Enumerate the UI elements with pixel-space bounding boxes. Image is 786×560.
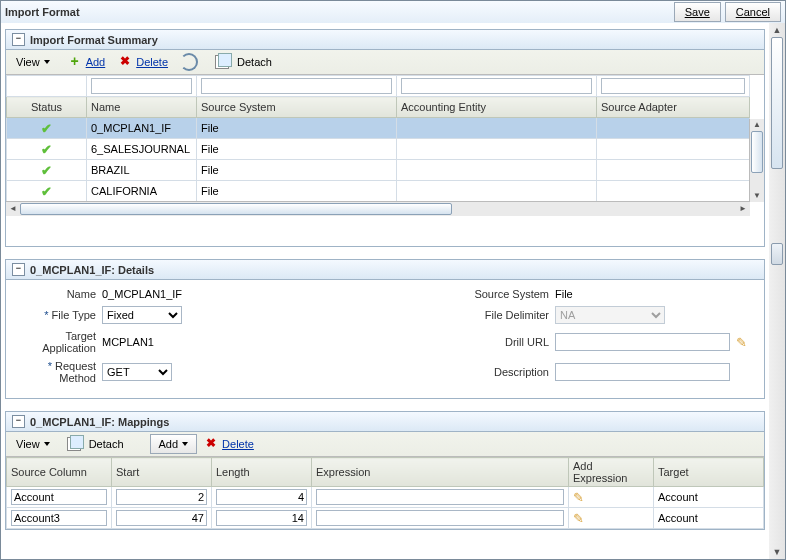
filter-name-input[interactable] — [91, 78, 192, 94]
start-input[interactable] — [116, 510, 207, 526]
scroll-thumb[interactable] — [771, 37, 783, 169]
view-menu[interactable]: View — [10, 434, 56, 454]
scroll-right-arrow-icon[interactable]: ► — [736, 202, 750, 216]
detach-button[interactable]: Detach — [61, 434, 130, 454]
col-target[interactable]: Target — [654, 458, 764, 487]
cancel-button[interactable]: Cancel — [725, 2, 781, 22]
delete-button[interactable]: ✖Delete — [197, 434, 260, 454]
collapse-icon[interactable]: − — [12, 415, 25, 428]
x-icon: ✖ — [117, 54, 133, 70]
scroll-left-arrow-icon[interactable]: ◄ — [6, 202, 20, 216]
col-start[interactable]: Start — [112, 458, 212, 487]
add-button[interactable]: Add — [150, 434, 198, 454]
table-row[interactable]: ✔ 0_MCPLAN1_IF File — [7, 118, 750, 139]
filter-source-adapter-input[interactable] — [601, 78, 745, 94]
source-column-input[interactable] — [11, 489, 107, 505]
col-status[interactable]: Status — [7, 97, 87, 118]
import-format-window: Import Format Save Cancel ▲ ▼ − Import F… — [0, 0, 786, 560]
collapse-icon[interactable]: − — [12, 33, 25, 46]
summary-grid: Status Name Source System Accounting Ent… — [6, 75, 750, 201]
description-label: Description — [459, 366, 549, 378]
col-accounting-entity[interactable]: Accounting Entity — [397, 97, 597, 118]
detach-label: Detach — [237, 56, 272, 68]
filter-accounting-entity-input[interactable] — [401, 78, 592, 94]
scroll-down-arrow-icon[interactable]: ▼ — [750, 190, 764, 202]
table-row[interactable]: ✔ BRAZIL File — [7, 160, 750, 181]
scroll-marker — [771, 243, 783, 265]
check-icon: ✔ — [41, 121, 52, 136]
outer-scrollbar[interactable]: ▲ ▼ — [768, 23, 785, 559]
add-label: Add — [159, 438, 179, 450]
detach-icon — [67, 437, 81, 451]
col-length[interactable]: Length — [212, 458, 312, 487]
collapse-icon[interactable]: − — [12, 263, 25, 276]
mappings-toolbar: View Detach Add ✖Delete — [6, 432, 764, 457]
expression-input[interactable] — [316, 489, 564, 505]
cell-accounting-entity — [397, 139, 597, 160]
expression-input[interactable] — [316, 510, 564, 526]
mappings-title: 0_MCPLAN1_IF: Mappings — [30, 416, 169, 428]
description-input[interactable] — [555, 363, 730, 381]
cell-source-system: File — [197, 118, 397, 139]
length-input[interactable] — [216, 489, 307, 505]
start-input[interactable] — [116, 489, 207, 505]
summary-vscroll[interactable]: ▲ ▼ — [749, 119, 764, 202]
window-title: Import Format — [5, 6, 80, 18]
cell-source-adapter — [597, 160, 750, 181]
source-column-input[interactable] — [11, 510, 107, 526]
add-button[interactable]: +Add — [61, 52, 112, 72]
dropdown-icon — [44, 442, 50, 446]
cell-accounting-entity — [397, 181, 597, 202]
filter-row — [7, 76, 750, 97]
delete-label: Delete — [136, 56, 168, 68]
col-source-system[interactable]: Source System — [197, 97, 397, 118]
file-type-select[interactable]: Fixed — [102, 306, 182, 324]
cell-source-adapter — [597, 139, 750, 160]
plus-icon: + — [67, 54, 83, 70]
cell-source-adapter — [597, 181, 750, 202]
detach-button[interactable]: Detach — [209, 52, 278, 72]
pencil-icon[interactable]: ✎ — [736, 335, 754, 350]
scroll-thumb[interactable] — [751, 131, 763, 173]
view-menu[interactable]: View — [10, 52, 56, 72]
details-panel: − 0_MCPLAN1_IF: Details Name 0_MCPLAN1_I… — [5, 259, 765, 399]
refresh-button[interactable] — [174, 52, 204, 72]
scroll-thumb[interactable] — [20, 203, 452, 215]
save-button[interactable]: Save — [674, 2, 721, 22]
table-row[interactable]: ✎ Account — [7, 508, 764, 529]
scroll-down-arrow-icon[interactable]: ▼ — [769, 545, 785, 559]
table-row[interactable]: ✔ CALIFORNIA File — [7, 181, 750, 202]
length-input[interactable] — [216, 510, 307, 526]
scroll-up-arrow-icon[interactable]: ▲ — [750, 119, 764, 131]
col-source-adapter[interactable]: Source Adapter — [597, 97, 750, 118]
mappings-grid-wrap: Source Column Start Length Expression Ad… — [6, 457, 764, 529]
scroll-up-arrow-icon[interactable]: ▲ — [769, 23, 785, 37]
summary-panel: − Import Format Summary View +Add ✖Delet… — [5, 29, 765, 247]
delete-button[interactable]: ✖Delete — [111, 52, 174, 72]
table-row[interactable]: ✔ 6_SALESJOURNAL File — [7, 139, 750, 160]
target-cell: Account — [654, 487, 764, 508]
details-title: 0_MCPLAN1_IF: Details — [30, 264, 154, 276]
detach-icon — [215, 55, 229, 69]
drill-url-input[interactable] — [555, 333, 730, 351]
view-label: View — [16, 438, 40, 450]
cell-name: BRAZIL — [87, 160, 197, 181]
summary-toolbar: View +Add ✖Delete Detach — [6, 50, 764, 75]
pencil-icon[interactable]: ✎ — [573, 511, 584, 526]
cell-name: 6_SALESJOURNAL — [87, 139, 197, 160]
summary-grid-wrap: Status Name Source System Accounting Ent… — [6, 75, 764, 216]
pencil-icon[interactable]: ✎ — [573, 490, 584, 505]
cell-name: 0_MCPLAN1_IF — [87, 118, 197, 139]
filter-source-system-input[interactable] — [201, 78, 392, 94]
summary-title: Import Format Summary — [30, 34, 158, 46]
table-row[interactable]: ✎ Account — [7, 487, 764, 508]
summary-hscroll[interactable]: ◄ ► — [6, 201, 750, 216]
col-add-expression[interactable]: Add Expression — [569, 458, 654, 487]
header-row: Status Name Source System Accounting Ent… — [7, 97, 750, 118]
col-name[interactable]: Name — [87, 97, 197, 118]
mappings-header: − 0_MCPLAN1_IF: Mappings — [6, 412, 764, 432]
col-expression[interactable]: Expression — [312, 458, 569, 487]
col-source-column[interactable]: Source Column — [7, 458, 112, 487]
request-method-select[interactable]: GET — [102, 363, 172, 381]
file-delimiter-select: NA — [555, 306, 665, 324]
